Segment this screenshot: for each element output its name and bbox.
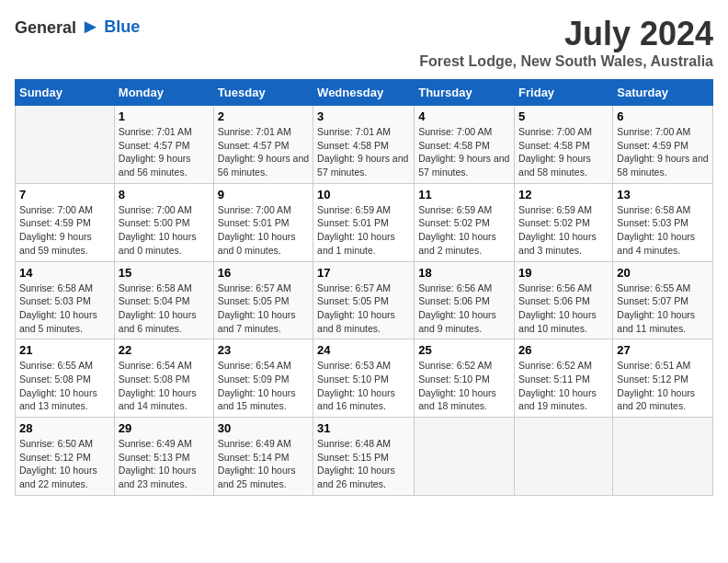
day-number: 24 <box>317 343 410 357</box>
day-number: 30 <box>218 421 309 435</box>
calendar-cell: 17Sunrise: 6:57 AMSunset: 5:05 PMDayligh… <box>313 261 415 339</box>
day-info: Sunrise: 6:51 AMSunset: 5:12 PMDaylight:… <box>617 359 709 413</box>
day-info: Sunrise: 6:57 AMSunset: 5:05 PMDaylight:… <box>317 282 410 336</box>
day-info: Sunrise: 7:01 AMSunset: 4:57 PMDaylight:… <box>218 125 309 179</box>
day-info: Sunrise: 7:00 AMSunset: 4:58 PMDaylight:… <box>418 125 510 179</box>
day-number: 21 <box>19 343 110 357</box>
day-info: Sunrise: 6:59 AMSunset: 5:02 PMDaylight:… <box>518 203 609 258</box>
calendar-cell: 13Sunrise: 6:58 AMSunset: 5:03 PMDayligh… <box>613 183 713 261</box>
day-info: Sunrise: 6:59 AMSunset: 5:01 PMDaylight:… <box>317 203 410 258</box>
day-of-week-header: Thursday <box>415 80 515 106</box>
day-info: Sunrise: 7:00 AMSunset: 4:59 PMDaylight:… <box>19 203 110 258</box>
calendar-cell: 19Sunrise: 6:56 AMSunset: 5:06 PMDayligh… <box>515 261 613 339</box>
day-info: Sunrise: 6:49 AMSunset: 5:14 PMDaylight:… <box>218 437 309 491</box>
day-info: Sunrise: 6:54 AMSunset: 5:09 PMDaylight:… <box>218 359 309 413</box>
day-info: Sunrise: 6:50 AMSunset: 5:12 PMDaylight:… <box>19 437 110 491</box>
day-number: 7 <box>19 188 110 201</box>
calendar-cell: 27Sunrise: 6:51 AMSunset: 5:12 PMDayligh… <box>613 339 713 418</box>
day-number: 15 <box>119 266 210 280</box>
day-of-week-header: Wednesday <box>313 80 415 106</box>
day-number: 29 <box>119 421 210 435</box>
calendar-cell: 2Sunrise: 7:01 AMSunset: 4:57 PMDaylight… <box>213 106 313 184</box>
day-info: Sunrise: 6:57 AMSunset: 5:05 PMDaylight:… <box>218 282 309 336</box>
day-number: 22 <box>119 343 210 357</box>
day-of-week-header: Friday <box>515 80 613 106</box>
calendar-week-row: 1Sunrise: 7:01 AMSunset: 4:57 PMDaylight… <box>16 106 713 184</box>
calendar-cell: 24Sunrise: 6:53 AMSunset: 5:10 PMDayligh… <box>313 339 415 418</box>
calendar-cell: 31Sunrise: 6:48 AMSunset: 5:15 PMDayligh… <box>313 418 415 496</box>
calendar-cell: 9Sunrise: 7:00 AMSunset: 5:01 PMDaylight… <box>213 183 313 261</box>
calendar-cell <box>16 106 115 184</box>
day-number: 5 <box>518 109 609 123</box>
calendar-cell: 1Sunrise: 7:01 AMSunset: 4:57 PMDaylight… <box>114 106 213 184</box>
day-number: 10 <box>317 188 410 201</box>
day-info: Sunrise: 6:53 AMSunset: 5:10 PMDaylight:… <box>317 359 410 413</box>
calendar-cell: 22Sunrise: 6:54 AMSunset: 5:08 PMDayligh… <box>114 339 213 418</box>
day-info: Sunrise: 6:59 AMSunset: 5:02 PMDaylight:… <box>418 203 510 258</box>
calendar-cell: 30Sunrise: 6:49 AMSunset: 5:14 PMDayligh… <box>213 418 313 496</box>
day-info: Sunrise: 6:58 AMSunset: 5:04 PMDaylight:… <box>119 282 210 336</box>
day-number: 23 <box>218 343 309 357</box>
day-info: Sunrise: 7:00 AMSunset: 4:59 PMDaylight:… <box>617 125 709 179</box>
calendar-cell: 25Sunrise: 6:52 AMSunset: 5:10 PMDayligh… <box>415 339 515 418</box>
day-of-week-header: Tuesday <box>213 80 313 106</box>
day-number: 28 <box>19 421 110 435</box>
calendar-body: 1Sunrise: 7:01 AMSunset: 4:57 PMDaylight… <box>16 106 713 496</box>
calendar-cell: 26Sunrise: 6:52 AMSunset: 5:11 PMDayligh… <box>515 339 613 418</box>
calendar-cell: 28Sunrise: 6:50 AMSunset: 5:12 PMDayligh… <box>16 418 115 496</box>
day-number: 14 <box>19 266 110 280</box>
calendar-week-row: 14Sunrise: 6:58 AMSunset: 5:03 PMDayligh… <box>16 261 713 339</box>
title-section: July 2024 Forest Lodge, New South Wales,… <box>419 15 713 70</box>
day-number: 20 <box>617 266 709 280</box>
day-number: 17 <box>317 266 410 280</box>
day-info: Sunrise: 6:58 AMSunset: 5:03 PMDaylight:… <box>617 203 709 258</box>
calendar-cell: 12Sunrise: 6:59 AMSunset: 5:02 PMDayligh… <box>515 183 613 261</box>
day-number: 2 <box>218 109 309 123</box>
calendar-week-row: 21Sunrise: 6:55 AMSunset: 5:08 PMDayligh… <box>16 339 713 418</box>
logo-text-general: General <box>15 18 76 37</box>
day-info: Sunrise: 6:55 AMSunset: 5:07 PMDaylight:… <box>617 282 709 336</box>
calendar-cell: 14Sunrise: 6:58 AMSunset: 5:03 PMDayligh… <box>16 261 115 339</box>
calendar-cell: 11Sunrise: 6:59 AMSunset: 5:02 PMDayligh… <box>415 183 515 261</box>
day-of-week-header: Monday <box>114 80 213 106</box>
calendar-cell: 4Sunrise: 7:00 AMSunset: 4:58 PMDaylight… <box>415 106 515 184</box>
day-number: 1 <box>119 109 210 123</box>
calendar-week-row: 7Sunrise: 7:00 AMSunset: 4:59 PMDaylight… <box>16 183 713 261</box>
day-info: Sunrise: 6:52 AMSunset: 5:10 PMDaylight:… <box>418 359 510 413</box>
header: General ► Blue July 2024 Forest Lodge, N… <box>15 15 713 70</box>
day-number: 26 <box>518 343 609 357</box>
calendar-cell: 8Sunrise: 7:00 AMSunset: 5:00 PMDaylight… <box>114 183 213 261</box>
day-info: Sunrise: 7:01 AMSunset: 4:58 PMDaylight:… <box>317 125 410 179</box>
calendar-cell: 3Sunrise: 7:01 AMSunset: 4:58 PMDaylight… <box>313 106 415 184</box>
calendar-week-row: 28Sunrise: 6:50 AMSunset: 5:12 PMDayligh… <box>16 418 713 496</box>
day-info: Sunrise: 6:49 AMSunset: 5:13 PMDaylight:… <box>119 437 210 491</box>
day-number: 31 <box>317 421 410 435</box>
calendar-cell: 29Sunrise: 6:49 AMSunset: 5:13 PMDayligh… <box>114 418 213 496</box>
day-info: Sunrise: 7:00 AMSunset: 4:58 PMDaylight:… <box>518 125 609 179</box>
day-info: Sunrise: 6:52 AMSunset: 5:11 PMDaylight:… <box>518 359 609 413</box>
day-number: 4 <box>418 109 510 123</box>
day-info: Sunrise: 6:54 AMSunset: 5:08 PMDaylight:… <box>119 359 210 413</box>
day-info: Sunrise: 6:56 AMSunset: 5:06 PMDaylight:… <box>418 282 510 336</box>
calendar-cell <box>515 418 613 496</box>
days-of-week-header: SundayMondayTuesdayWednesdayThursdayFrid… <box>16 80 713 106</box>
calendar-cell: 16Sunrise: 6:57 AMSunset: 5:05 PMDayligh… <box>213 261 313 339</box>
day-of-week-header: Saturday <box>613 80 713 106</box>
day-number: 18 <box>418 266 510 280</box>
calendar-cell: 15Sunrise: 6:58 AMSunset: 5:04 PMDayligh… <box>114 261 213 339</box>
logo: General ► Blue <box>15 15 140 39</box>
logo-bird-icon: ► <box>81 15 101 38</box>
day-number: 25 <box>418 343 510 357</box>
day-number: 9 <box>218 188 309 201</box>
day-info: Sunrise: 6:56 AMSunset: 5:06 PMDaylight:… <box>518 282 609 336</box>
day-info: Sunrise: 6:58 AMSunset: 5:03 PMDaylight:… <box>19 282 110 336</box>
day-info: Sunrise: 7:00 AMSunset: 5:01 PMDaylight:… <box>218 203 309 258</box>
calendar-cell: 18Sunrise: 6:56 AMSunset: 5:06 PMDayligh… <box>415 261 515 339</box>
day-number: 6 <box>617 109 709 123</box>
day-number: 16 <box>218 266 309 280</box>
day-number: 13 <box>617 188 709 201</box>
calendar-cell: 23Sunrise: 6:54 AMSunset: 5:09 PMDayligh… <box>213 339 313 418</box>
day-number: 8 <box>119 188 210 201</box>
calendar-cell: 7Sunrise: 7:00 AMSunset: 4:59 PMDaylight… <box>16 183 115 261</box>
location-title: Forest Lodge, New South Wales, Australia <box>419 53 713 70</box>
